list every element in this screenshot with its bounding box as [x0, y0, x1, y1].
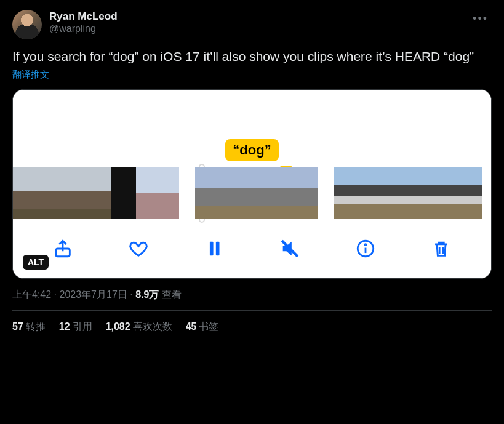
thumbnail[interactable] [87, 167, 111, 219]
meta-sep: · [51, 289, 59, 300]
thumbnail[interactable] [408, 167, 433, 219]
tweet-meta: 上午4:42 · 2023年7月17日 · 8.9万 查看 [12, 289, 492, 302]
media-card[interactable]: “dog” [12, 89, 492, 279]
display-name: Ryan McLeod [49, 10, 469, 23]
delete-button[interactable] [429, 236, 454, 261]
quotes-label: 引用 [73, 321, 92, 332]
clip-group-3[interactable] [334, 167, 482, 219]
more-icon: ••• [473, 12, 488, 25]
mute-icon [279, 238, 300, 259]
thumbnail[interactable] [433, 167, 457, 219]
bookmarks-count: 45 [186, 321, 197, 332]
author-names[interactable]: Ryan McLeod @warpling [49, 10, 469, 35]
alt-badge[interactable]: ALT [23, 255, 49, 270]
svg-rect-2 [216, 242, 220, 256]
thumbnail[interactable] [287, 167, 318, 219]
search-tag-row: “dog” [13, 139, 491, 165]
info-icon [355, 238, 376, 259]
tweet-date[interactable]: 2023年7月17日 [59, 289, 127, 300]
views-count: 8.9万 [135, 289, 159, 300]
share-icon [52, 238, 73, 259]
thumbnail[interactable] [62, 167, 87, 219]
like-button[interactable] [126, 236, 151, 261]
mute-button[interactable] [278, 236, 302, 261]
thumbnail[interactable] [457, 167, 482, 219]
info-button[interactable] [353, 236, 378, 261]
likes-label: 喜欢次数 [133, 321, 172, 332]
tweet-header: Ryan McLeod @warpling ••• [12, 10, 492, 39]
thumbnail[interactable] [383, 167, 408, 219]
views-label: 查看 [162, 289, 182, 300]
share-button[interactable] [50, 236, 75, 261]
quotes-count: 12 [59, 321, 70, 332]
search-tag: “dog” [225, 139, 278, 161]
thumbnail[interactable] [111, 167, 136, 219]
thumbnail[interactable] [195, 167, 226, 219]
svg-rect-1 [210, 242, 214, 256]
quotes-stat[interactable]: 12引用 [59, 321, 92, 334]
bookmarks-label: 书签 [199, 321, 218, 332]
svg-point-5 [365, 244, 366, 246]
tweet-container: Ryan McLeod @warpling ••• If you search … [0, 0, 504, 341]
clip-group-2[interactable] [195, 167, 318, 219]
bookmarks-stat[interactable]: 45书签 [186, 321, 219, 334]
thumbnail[interactable] [13, 167, 38, 219]
tweet-time[interactable]: 上午4:42 [12, 289, 51, 300]
thumbnail[interactable] [161, 167, 179, 219]
handle: @warpling [49, 23, 469, 35]
thumbnail[interactable] [226, 167, 257, 219]
likes-stat[interactable]: 1,082喜欢次数 [106, 321, 172, 334]
retweets-label: 转推 [26, 321, 46, 332]
thumbnail[interactable] [359, 167, 383, 219]
video-timeline[interactable] [13, 165, 491, 224]
clip-group-1[interactable] [13, 167, 179, 219]
thumbnail[interactable] [334, 167, 359, 219]
pause-icon [204, 238, 225, 259]
trash-icon [431, 238, 452, 259]
thumbnail[interactable] [136, 167, 161, 219]
more-button[interactable]: ••• [469, 10, 492, 28]
tweet-stats: 57转推 12引用 1,082喜欢次数 45书签 [12, 311, 492, 334]
media-controls [13, 224, 491, 278]
pause-button[interactable] [202, 236, 226, 261]
heart-icon [128, 238, 149, 259]
likes-count: 1,082 [106, 321, 130, 332]
search-tag-label: “dog” [233, 142, 271, 158]
avatar[interactable] [12, 10, 42, 39]
tweet-text: If you search for “dog” on iOS 17 it’ll … [12, 48, 492, 65]
thumbnail[interactable] [38, 167, 62, 219]
retweets-stat[interactable]: 57转推 [12, 321, 46, 334]
meta-sep: · [127, 289, 135, 300]
translate-link[interactable]: 翻译推文 [12, 69, 49, 81]
thumbnail[interactable] [257, 167, 287, 219]
media-whitespace [13, 90, 491, 139]
retweets-count: 57 [12, 321, 23, 332]
